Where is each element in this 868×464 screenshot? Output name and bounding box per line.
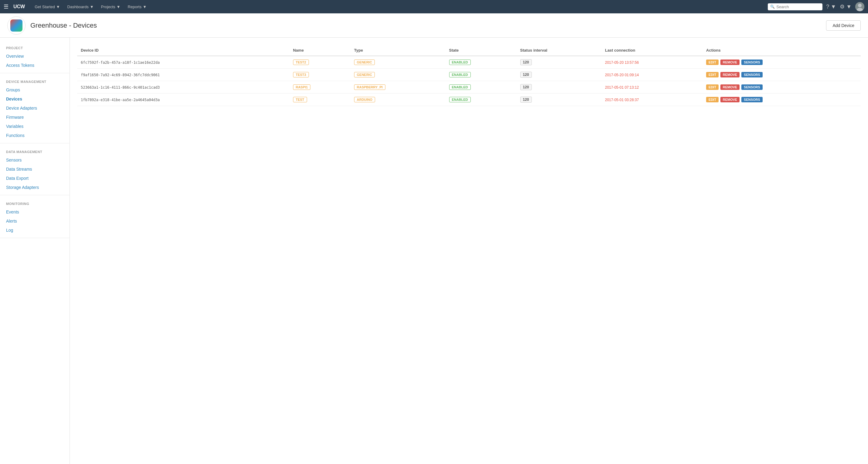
sidebar-item-overview[interactable]: Overview (0, 52, 69, 61)
sidebar-divider (0, 238, 69, 238)
cell-device-id: 523663a1-1c16-4111-866c-9c401ac1cad3 (77, 81, 289, 94)
column-header-state: State (445, 45, 517, 56)
devices-table: Device IDNameTypeStateStatus intervalLas… (77, 45, 861, 106)
sidebar-item-alerts[interactable]: Alerts (0, 217, 69, 226)
sidebar-item-log[interactable]: Log (0, 226, 69, 235)
brand-name: UCW (13, 4, 25, 9)
name-badge: TEST (293, 97, 307, 102)
edit-button[interactable]: EDIT (706, 72, 719, 78)
search-wrap: 🔍 (768, 3, 823, 10)
edit-button[interactable]: EDIT (706, 85, 719, 90)
page-header: Greenhouse - Devices Add Device (0, 13, 868, 38)
interval-badge: 120 (520, 72, 532, 78)
help-button[interactable]: ? ▼ (826, 4, 836, 10)
sensors-button[interactable]: SENSORS (741, 60, 763, 65)
sidebar-item-variables[interactable]: Variables (0, 122, 69, 131)
name-badge: TEST3 (293, 72, 309, 78)
nav-dashboards[interactable]: Dashboards ▼ (65, 3, 96, 10)
interval-badge: 120 (520, 84, 532, 90)
cell-device-id: f9af1650-7a92-4c69-8942-36fc7ddc9061 (77, 69, 289, 81)
sidebar-item-devices[interactable]: Devices (0, 94, 69, 103)
edit-button[interactable]: EDIT (706, 97, 719, 102)
cell-status-interval: 120 (517, 81, 601, 94)
cell-status-interval: 120 (517, 69, 601, 81)
column-header-name: Name (289, 45, 350, 56)
main-layout: PROJECTOverviewAccess TokensDEVICE MANAG… (0, 38, 868, 464)
sidebar-item-storage-adapters[interactable]: Storage Adapters (0, 183, 69, 192)
state-badge: ENABLED (449, 72, 471, 78)
cell-name: TEST2 (289, 56, 350, 69)
state-badge: ENABLED (449, 85, 471, 90)
table-row: 523663a1-1c16-4111-866c-9c401ac1cad3RASP… (77, 81, 861, 94)
cell-status-interval: 120 (517, 56, 601, 69)
nav-projects[interactable]: Projects ▼ (99, 3, 123, 10)
sidebar-item-firmware[interactable]: Firmware (0, 113, 69, 122)
sidebar-section-project: PROJECT (0, 42, 69, 52)
cell-type: GENERIC (350, 69, 445, 81)
cell-state: ENABLED (445, 56, 517, 69)
cell-state: ENABLED (445, 81, 517, 94)
cell-status-interval: 120 (517, 94, 601, 106)
column-header-status_interval: Status interval (517, 45, 601, 56)
cell-device-id: 6fc7592f-fa2b-457a-a18f-1c1ae16e22da (77, 56, 289, 69)
remove-button[interactable]: REMOVE (720, 60, 740, 65)
type-badge: ARDUINO (354, 97, 375, 102)
state-badge: ENABLED (449, 97, 471, 102)
sidebar-item-device-adapters[interactable]: Device Adapters (0, 103, 69, 113)
page-header-actions: Add Device (826, 20, 861, 31)
cell-state: ENABLED (445, 69, 517, 81)
table-row: 6fc7592f-fa2b-457a-a18f-1c1ae16e22daTEST… (77, 56, 861, 69)
chevron-down-icon: ▼ (90, 5, 94, 9)
sidebar-item-sensors[interactable]: Sensors (0, 155, 69, 164)
chevron-down-icon: ▼ (117, 5, 121, 9)
sidebar-item-groups[interactable]: Groups (0, 85, 69, 94)
nav-reports[interactable]: Reports ▼ (125, 3, 149, 10)
cell-last-connection: 2017-05-20 13:57:56 (601, 56, 703, 69)
topnav-right-actions: 🔍 ? ▼ ⚙ ▼ (768, 2, 864, 11)
last-connection-value: 2017-05-01 07:13:12 (605, 85, 639, 90)
column-header-actions: Actions (703, 45, 861, 56)
interval-badge: 120 (520, 97, 532, 103)
sidebar-item-data-streams[interactable]: Data Streams (0, 164, 69, 174)
column-header-type: Type (350, 45, 445, 56)
sidebar-divider (0, 143, 69, 143)
cell-type: ARDUINO (350, 94, 445, 106)
top-navigation: ☰ UCW Get Started ▼ Dashboards ▼ Project… (0, 0, 868, 13)
chevron-down-icon: ▼ (56, 5, 60, 9)
interval-badge: 120 (520, 59, 532, 65)
add-device-button[interactable]: Add Device (826, 20, 861, 31)
table-row: 1fb7892a-e318-41be-aa5e-2a4645a04d3aTEST… (77, 94, 861, 106)
remove-button[interactable]: REMOVE (720, 85, 740, 90)
device-id-value: 1fb7892a-e318-41be-aa5e-2a4645a04d3a (81, 98, 160, 102)
sidebar-section-data-management: DATA MANAGEMENT (0, 146, 69, 155)
sidebar-section-monitoring: MONITORING (0, 198, 69, 208)
sensors-button[interactable]: SENSORS (741, 72, 763, 78)
remove-button[interactable]: REMOVE (720, 72, 740, 78)
cell-name: TEST (289, 94, 350, 106)
edit-button[interactable]: EDIT (706, 60, 719, 65)
svg-point-1 (858, 4, 862, 7)
settings-button[interactable]: ⚙ ▼ (840, 3, 851, 10)
cell-last-connection: 2017-05-01 07:13:12 (601, 81, 703, 94)
name-badge: RASPI1 (293, 85, 311, 90)
user-avatar[interactable] (855, 2, 864, 11)
remove-button[interactable]: REMOVE (720, 97, 740, 102)
last-connection-value: 2017-05-01 03:28:37 (605, 98, 639, 102)
nav-get-started[interactable]: Get Started ▼ (32, 3, 62, 10)
sensors-button[interactable]: SENSORS (741, 97, 763, 102)
table-header-row: Device IDNameTypeStateStatus intervalLas… (77, 45, 861, 56)
sensors-button[interactable]: SENSORS (741, 85, 763, 90)
sidebar-item-events[interactable]: Events (0, 208, 69, 217)
sidebar-item-access-tokens[interactable]: Access Tokens (0, 61, 69, 70)
state-badge: ENABLED (449, 60, 471, 65)
type-badge: GENERIC (354, 72, 375, 78)
last-connection-value: 2017-05-20 01:09:14 (605, 73, 639, 77)
sidebar-item-data-export[interactable]: Data Export (0, 174, 69, 183)
cell-last-connection: 2017-05-01 03:28:37 (601, 94, 703, 106)
hamburger-menu-icon[interactable]: ☰ (4, 3, 8, 10)
search-input[interactable] (768, 3, 823, 10)
sidebar-item-functions[interactable]: Functions (0, 131, 69, 140)
cell-actions: EDIT REMOVE SENSORS (703, 81, 861, 94)
cell-last-connection: 2017-05-20 01:09:14 (601, 69, 703, 81)
type-badge: RASPBERRY_PI (354, 85, 385, 90)
